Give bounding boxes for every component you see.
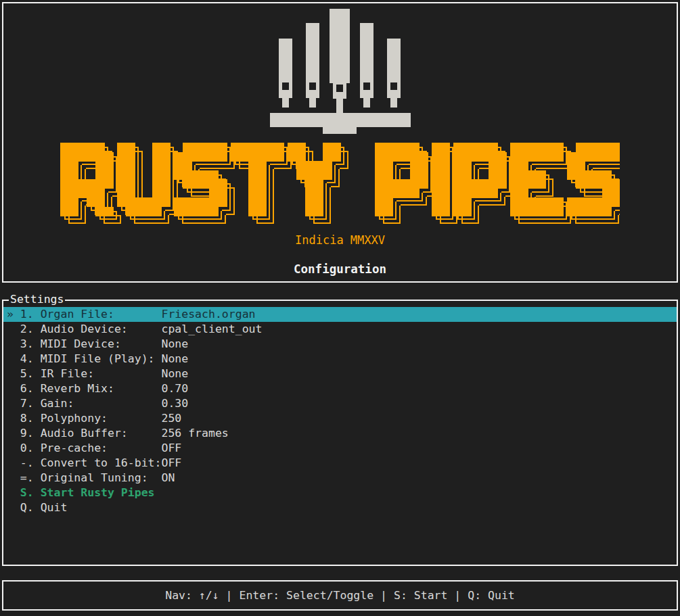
item-value: None [161, 366, 188, 381]
settings-item-convert-to-16-bit[interactable]: -.Convert to 16-bit:OFF [3, 456, 677, 471]
settings-item-reverb-mix[interactable]: 6.Reverb Mix:0.70 [3, 381, 677, 396]
item-value: None [161, 352, 188, 366]
item-label: Quit [41, 500, 162, 515]
item-label: Pre-cache: [41, 441, 162, 456]
item-label: Start Rusty Pipes [41, 485, 162, 500]
settings-list: »1.Organ File:Friesach.organ2.Audio Devi… [3, 301, 677, 515]
settings-item-midi-device[interactable]: 3.MIDI Device:None [3, 337, 677, 352]
item-key: 4. [20, 352, 41, 366]
footer-bar: Nav: ↑/↓ | Enter: Select/Toggle | S: Sta… [2, 580, 678, 611]
item-value: 0.70 [161, 381, 188, 396]
item-label: Convert to 16-bit: [41, 456, 162, 471]
item-key: 5. [20, 366, 41, 381]
item-label: IR File: [41, 366, 162, 381]
item-key: 8. [20, 411, 41, 426]
item-value: OFF [161, 441, 181, 456]
item-value: 256 frames [161, 426, 228, 441]
settings-item-ir-file[interactable]: 5.IR File:None [3, 366, 677, 381]
item-value: None [161, 337, 188, 352]
item-value: cpal_client_out [161, 322, 262, 337]
item-label: Reverb Mix: [41, 381, 162, 396]
item-key: 2. [20, 322, 41, 337]
settings-item-polyphony[interactable]: 8.Polyphony:250 [3, 411, 677, 426]
footer-hint: Nav: ↑/↓ | Enter: Select/Toggle | S: Sta… [165, 589, 515, 602]
settings-box-title: Settings [9, 293, 65, 306]
section-label: Configuration [3, 262, 677, 277]
item-key: 0. [20, 441, 41, 456]
item-label: Audio Device: [41, 322, 162, 337]
settings-item-pre-cache[interactable]: 0.Pre-cache:OFF [3, 441, 677, 456]
item-value: 0.30 [161, 396, 188, 411]
settings-item-audio-buffer[interactable]: 9.Audio Buffer:256 frames [3, 426, 677, 441]
settings-item-audio-device[interactable]: 2.Audio Device:cpal_client_out [3, 322, 677, 337]
app-title [3, 143, 677, 225]
item-key: 1. [20, 307, 41, 322]
settings-item-original-tuning[interactable]: =.Original Tuning:ON [3, 471, 677, 485]
item-value: ON [161, 471, 175, 485]
item-label: MIDI File (Play): [41, 352, 162, 366]
settings-item-gain[interactable]: 7.Gain:0.30 [3, 396, 677, 411]
item-value: Friesach.organ [161, 307, 255, 322]
item-key: =. [20, 471, 41, 485]
selection-marker: » [7, 307, 20, 322]
item-label: Original Tuning: [41, 471, 162, 485]
item-key: S. [20, 485, 41, 500]
item-key: -. [20, 456, 41, 471]
settings-item-midi-file-play[interactable]: 4.MIDI File (Play):None [3, 352, 677, 366]
app-root: Indicia MMXXV Configuration Settings »1.… [0, 2, 680, 611]
item-value: 250 [161, 411, 181, 426]
item-key: 7. [20, 396, 41, 411]
item-label: Gain: [41, 396, 162, 411]
item-label: Audio Buffer: [41, 426, 162, 441]
item-label: Organ File: [41, 307, 162, 322]
item-value: OFF [161, 456, 181, 471]
item-key: 6. [20, 381, 41, 396]
header-panel: Indicia MMXXV Configuration [2, 2, 678, 283]
item-label: Polyphony: [41, 411, 162, 426]
settings-item-start-rusty-pipes[interactable]: S.Start Rusty Pipes [3, 485, 677, 500]
item-label: MIDI Device: [41, 337, 162, 352]
app-subtitle: Indicia MMXXV [3, 233, 677, 247]
app-title-art [60, 143, 620, 225]
settings-item-quit[interactable]: Q.Quit [3, 500, 677, 515]
item-key: 9. [20, 426, 41, 441]
settings-box: Settings »1.Organ File:Friesach.organ2.A… [2, 300, 678, 566]
item-key: 3. [20, 337, 41, 352]
item-key: Q. [20, 500, 41, 515]
settings-item-organ-file[interactable]: »1.Organ File:Friesach.organ [3, 307, 677, 322]
organ-pipes-icon [270, 8, 411, 134]
